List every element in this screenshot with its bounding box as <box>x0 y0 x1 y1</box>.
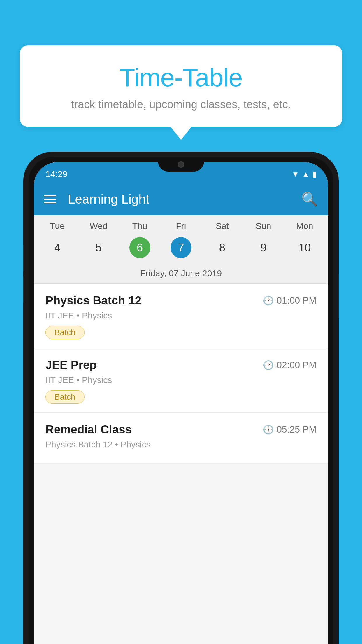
schedule-time-0: 🕐 01:00 PM <box>263 295 317 306</box>
date-num-7: 7 <box>171 237 191 258</box>
app-bar: Learning Light 🔍 <box>34 183 328 215</box>
hamburger-menu[interactable] <box>44 195 56 203</box>
schedule-sub-0: IIT JEE • Physics <box>45 311 317 321</box>
schedule-item-2[interactable]: Remedial Class 🕔 05:25 PM Physics Batch … <box>34 413 328 464</box>
clock-icon-0: 🕐 <box>263 295 274 306</box>
date-cell-4[interactable]: 4 <box>37 235 78 260</box>
clock-icon-1: 🕑 <box>263 360 274 370</box>
day-label-mon: Mon <box>284 221 325 231</box>
clock-icon-2: 🕔 <box>263 424 274 435</box>
schedule-item-header-2: Remedial Class 🕔 05:25 PM <box>45 423 317 436</box>
date-num-9: 9 <box>253 237 274 258</box>
phone-frame: 14:29 ▼ ▲ ▮ Learning Light 🔍 Tue <box>23 152 339 644</box>
screen: 14:29 ▼ ▲ ▮ Learning Light 🔍 Tue <box>34 162 328 644</box>
bubble-title: Time-Table <box>34 63 328 92</box>
date-cell-7[interactable]: 7 <box>160 235 201 260</box>
schedule-item-0[interactable]: Physics Batch 12 🕐 01:00 PM IIT JEE • Ph… <box>34 284 328 348</box>
date-num-10: 10 <box>294 237 315 258</box>
phone-inner: 14:29 ▼ ▲ ▮ Learning Light 🔍 Tue <box>29 157 333 644</box>
date-num-4: 4 <box>47 237 68 258</box>
status-icons: ▼ ▲ ▮ <box>292 170 317 179</box>
side-buttons-left <box>23 245 24 303</box>
calendar-section: Tue Wed Thu Fri Sat Sun Mon 4 5 6 7 8 9 … <box>34 215 328 284</box>
schedule-item-1[interactable]: JEE Prep 🕑 02:00 PM IIT JEE • Physics Ba… <box>34 348 328 413</box>
schedule-time-value-2: 05:25 PM <box>277 424 317 435</box>
day-label-tue: Tue <box>37 221 78 231</box>
bubble-subtitle: track timetable, upcoming classes, tests… <box>34 98 328 111</box>
day-label-sun: Sun <box>243 221 284 231</box>
side-buttons-right <box>338 274 339 318</box>
battery-icon: ▮ <box>312 170 317 179</box>
camera <box>178 161 184 168</box>
schedule-title-0: Physics Batch 12 <box>45 294 141 307</box>
calendar-days-header: Tue Wed Thu Fri Sat Sun Mon <box>34 215 328 233</box>
schedule-title-1: JEE Prep <box>45 358 97 372</box>
status-time: 14:29 <box>45 169 67 179</box>
wifi-icon: ▼ <box>292 170 299 179</box>
date-cell-5[interactable]: 5 <box>78 235 119 260</box>
date-num-5: 5 <box>88 237 109 258</box>
day-label-wed: Wed <box>78 221 119 231</box>
search-button[interactable]: 🔍 <box>301 191 318 207</box>
schedule-time-value-1: 02:00 PM <box>277 360 317 370</box>
day-label-thu: Thu <box>119 221 160 231</box>
schedule-time-2: 🕔 05:25 PM <box>263 424 317 435</box>
schedule-title-2: Remedial Class <box>45 423 132 436</box>
notch <box>158 157 204 172</box>
volume-down-button <box>23 276 24 303</box>
calendar-dates: 4 5 6 7 8 9 10 <box>34 233 328 265</box>
day-label-fri: Fri <box>160 221 201 231</box>
batch-badge-0: Batch <box>45 326 85 339</box>
date-num-8: 8 <box>212 237 233 258</box>
schedule-list: Physics Batch 12 🕐 01:00 PM IIT JEE • Ph… <box>34 284 328 464</box>
date-cell-8[interactable]: 8 <box>202 235 243 260</box>
app-title: Learning Light <box>68 192 293 206</box>
date-cell-6[interactable]: 6 <box>119 235 160 260</box>
schedule-item-header-0: Physics Batch 12 🕐 01:00 PM <box>45 294 317 307</box>
date-num-6: 6 <box>129 237 150 258</box>
power-button <box>338 274 339 318</box>
schedule-item-header-1: JEE Prep 🕑 02:00 PM <box>45 358 317 372</box>
signal-icon: ▲ <box>302 170 310 179</box>
selected-date-label: Friday, 07 June 2019 <box>34 265 328 284</box>
speech-bubble: Time-Table track timetable, upcoming cla… <box>20 45 342 127</box>
schedule-sub-2: Physics Batch 12 • Physics <box>45 440 317 449</box>
schedule-time-1: 🕑 02:00 PM <box>263 360 317 370</box>
volume-up-button <box>23 245 24 271</box>
day-label-sat: Sat <box>202 221 243 231</box>
schedule-sub-1: IIT JEE • Physics <box>45 375 317 385</box>
schedule-time-value-0: 01:00 PM <box>277 295 317 306</box>
batch-badge-1: Batch <box>45 390 85 404</box>
date-cell-9[interactable]: 9 <box>243 235 284 260</box>
date-cell-10[interactable]: 10 <box>284 235 325 260</box>
